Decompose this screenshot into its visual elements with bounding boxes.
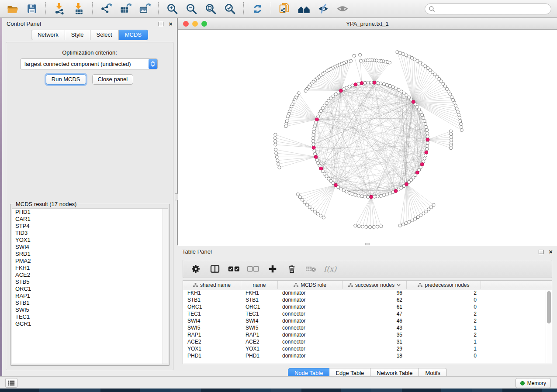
network-canvas[interactable]: [178, 30, 557, 246]
mcds-result-item[interactable]: STB1: [12, 299, 168, 306]
cell-predecessor-nodes: 2: [407, 311, 481, 317]
cell-MCDS-role: connector: [278, 339, 343, 345]
zoom-out-icon: [186, 3, 197, 15]
column-header-name[interactable]: name: [241, 281, 278, 289]
zoom-in-button[interactable]: [164, 1, 180, 16]
float-panel-icon[interactable]: [159, 22, 163, 26]
zoom-selected-button[interactable]: [221, 1, 238, 16]
apply-function-button[interactable]: f(x): [324, 265, 336, 273]
show-console-button[interactable]: [5, 378, 17, 388]
table-row[interactable]: YOX1YOX1connector291: [183, 345, 552, 352]
cell-MCDS-role: dominator: [278, 290, 343, 296]
table-settings-button[interactable]: [189, 262, 202, 275]
delete-table-icon: [305, 265, 317, 273]
mcds-result-list[interactable]: PHD1CAR1STP4TID3YOX1SWI4SRD1PMA2FKH1ACE2…: [12, 208, 168, 364]
cell-successor-nodes: 46: [343, 318, 407, 324]
table-row[interactable]: ORC1ORC1dominator610: [183, 303, 552, 310]
close-panel-icon[interactable]: ×: [169, 22, 173, 26]
column-header-shared-name[interactable]: shared name: [183, 281, 241, 289]
column-header-label: predecessor nodes: [425, 282, 469, 288]
mcds-result-item[interactable]: SWI5: [12, 306, 168, 313]
mcds-result-item[interactable]: SWI4: [12, 244, 168, 251]
table-header-row: shared namenameMCDS rolesuccessor nodesp…: [183, 281, 552, 289]
delete-table-button[interactable]: [304, 262, 318, 275]
export-table-button[interactable]: [117, 1, 134, 16]
network-titlebar[interactable]: YPA_prune.txt_1: [178, 18, 557, 30]
close-table-panel-icon[interactable]: ×: [549, 250, 553, 254]
result-list-scrollbar[interactable]: [163, 209, 168, 364]
network-file-button[interactable]: [277, 1, 293, 16]
add-column-button[interactable]: [266, 262, 279, 275]
search-field[interactable]: [425, 3, 551, 14]
mcds-result-item[interactable]: PHD1: [12, 209, 168, 216]
export-network-button[interactable]: [98, 1, 114, 16]
table-scrollbar-thumb[interactable]: [547, 291, 551, 323]
cell-predecessor-nodes: 1: [407, 325, 481, 331]
table-row[interactable]: ACE2ACE2connector311: [183, 338, 552, 345]
tab-select[interactable]: Select: [90, 30, 119, 40]
column-header-successor-nodes[interactable]: successor nodes: [343, 281, 407, 289]
table-row[interactable]: PHD1PHD1dominator180: [183, 352, 552, 359]
table-scrollbar[interactable]: [546, 290, 551, 363]
table-row[interactable]: SWI5SWI5connector431: [183, 324, 552, 331]
mcds-result-item[interactable]: CAR1: [12, 216, 168, 223]
mcds-result-item[interactable]: ACE2: [12, 272, 168, 279]
memory-button[interactable]: Memory: [515, 378, 551, 388]
toolbar-separator: [243, 2, 244, 15]
table-row[interactable]: TEC1TEC1connector472: [183, 310, 552, 317]
mcds-result-item[interactable]: PMA2: [12, 258, 168, 265]
network-file-icon: [279, 3, 291, 15]
open-file-button[interactable]: [4, 1, 21, 16]
hide-visualization-button[interactable]: [315, 1, 332, 16]
toolbar-separator: [158, 2, 159, 15]
close-panel-button[interactable]: Close panel: [92, 74, 134, 85]
select-all-button[interactable]: [228, 262, 241, 275]
table-row[interactable]: RAP1RAP1dominator352: [183, 331, 552, 338]
export-image-button[interactable]: [136, 1, 153, 16]
tab-mcds[interactable]: MCDS: [119, 30, 148, 40]
run-mcds-button[interactable]: Run MCDS: [46, 74, 86, 85]
criterion-dropdown[interactable]: largest connected component (undirected): [20, 58, 158, 69]
mcds-result-item[interactable]: GCR1: [12, 320, 168, 327]
zoom-fit-button[interactable]: [202, 1, 219, 16]
table-row[interactable]: STB1STB1dominator620: [183, 296, 552, 303]
tab-network[interactable]: Network: [31, 30, 65, 40]
home-networks-button[interactable]: [296, 1, 312, 16]
mcds-result-item[interactable]: SRD1: [12, 251, 168, 258]
cell-MCDS-role: connector: [278, 311, 343, 317]
node-table[interactable]: shared namenameMCDS rolesuccessor nodesp…: [183, 280, 552, 364]
memory-label: Memory: [527, 380, 546, 386]
import-network-button[interactable]: [51, 1, 68, 16]
mcds-result-item[interactable]: YOX1: [12, 237, 168, 244]
deselect-all-button[interactable]: [247, 262, 260, 275]
table-row[interactable]: FKH1FKH1dominator962: [183, 289, 552, 296]
tab-style[interactable]: Style: [65, 30, 90, 40]
column-header-predecessor-nodes[interactable]: predecessor nodes: [407, 281, 481, 289]
refresh-icon: [252, 3, 263, 15]
network-graph[interactable]: [178, 30, 557, 246]
delete-column-button[interactable]: [285, 262, 298, 275]
show-visualization-button[interactable]: [334, 1, 351, 16]
zoom-out-button[interactable]: [183, 1, 200, 16]
mcds-result-item[interactable]: ORC1: [12, 285, 168, 292]
column-header-MCDS-role[interactable]: MCDS role: [278, 281, 343, 289]
cell-predecessor-nodes: 0: [407, 353, 481, 359]
import-table-button[interactable]: [70, 1, 87, 16]
desktop-wallpaper-bottom: [0, 389, 557, 392]
show-columns-button[interactable]: [208, 262, 221, 275]
mcds-result-item[interactable]: RAP1: [12, 292, 168, 299]
search-input[interactable]: [436, 5, 551, 14]
mcds-result-item[interactable]: TID3: [12, 230, 168, 237]
cell-name: STB1: [241, 297, 278, 303]
mcds-result-item[interactable]: FKH1: [12, 265, 168, 272]
save-button[interactable]: [24, 1, 40, 16]
mcds-result-item[interactable]: TEC1: [12, 313, 168, 320]
float-table-panel-icon[interactable]: [539, 250, 543, 254]
mcds-result-item[interactable]: STB5: [12, 279, 168, 285]
table-row[interactable]: SWI4SWI4dominator462: [183, 317, 552, 324]
horizontal-divider-handle[interactable]: [365, 243, 370, 245]
cell-successor-nodes: 29: [343, 346, 407, 352]
sort-chevron-icon: [397, 284, 401, 286]
mcds-result-item[interactable]: STP4: [12, 223, 168, 230]
refresh-button[interactable]: [249, 1, 266, 16]
